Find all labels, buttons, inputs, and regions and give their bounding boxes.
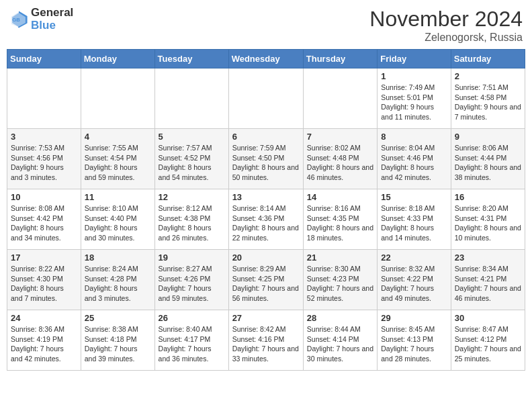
logo: GB General Blue	[9, 7, 73, 32]
day-cell-29: 29Sunrise: 8:45 AMSunset: 4:13 PMDayligh…	[378, 310, 451, 371]
empty-cell	[303, 68, 377, 129]
empty-cell	[154, 68, 228, 129]
day-info: Sunrise: 8:12 AMSunset: 4:38 PMDaylight:…	[159, 203, 225, 243]
day-number: 20	[232, 253, 300, 263]
weekday-header-wednesday: Wednesday	[228, 50, 303, 68]
day-info: Sunrise: 7:49 AMSunset: 5:01 PMDaylight:…	[381, 83, 447, 122]
day-number: 5	[159, 132, 225, 142]
svg-text:GB: GB	[12, 16, 20, 22]
day-number: 15	[381, 192, 447, 202]
week-row-4: 17Sunrise: 8:22 AMSunset: 4:30 PMDayligh…	[7, 250, 525, 310]
day-cell-4: 4Sunrise: 7:55 AMSunset: 4:54 PMDaylight…	[81, 129, 154, 189]
day-number: 26	[159, 313, 225, 323]
day-number: 28	[307, 313, 373, 323]
day-number: 12	[159, 192, 225, 202]
day-info: Sunrise: 8:02 AMSunset: 4:48 PMDaylight:…	[307, 143, 373, 183]
day-info: Sunrise: 7:51 AMSunset: 4:58 PMDaylight:…	[455, 83, 521, 122]
location: Zelenogorsk, Russia	[369, 32, 523, 44]
day-cell-20: 20Sunrise: 8:29 AMSunset: 4:25 PMDayligh…	[228, 250, 303, 310]
day-info: Sunrise: 7:57 AMSunset: 4:52 PMDaylight:…	[159, 143, 225, 183]
empty-cell	[81, 68, 154, 129]
day-number: 8	[381, 132, 447, 142]
day-cell-27: 27Sunrise: 8:42 AMSunset: 4:16 PMDayligh…	[228, 310, 303, 371]
day-cell-22: 22Sunrise: 8:32 AMSunset: 4:22 PMDayligh…	[378, 250, 451, 310]
day-cell-11: 11Sunrise: 8:10 AMSunset: 4:40 PMDayligh…	[81, 189, 154, 250]
day-info: Sunrise: 8:24 AMSunset: 4:28 PMDaylight:…	[85, 264, 151, 304]
day-cell-15: 15Sunrise: 8:18 AMSunset: 4:33 PMDayligh…	[378, 189, 451, 250]
day-cell-8: 8Sunrise: 8:04 AMSunset: 4:46 PMDaylight…	[378, 129, 451, 189]
weekday-header-saturday: Saturday	[451, 50, 525, 68]
day-info: Sunrise: 8:40 AMSunset: 4:17 PMDaylight:…	[159, 324, 225, 364]
day-info: Sunrise: 8:04 AMSunset: 4:46 PMDaylight:…	[381, 143, 447, 183]
day-cell-13: 13Sunrise: 8:14 AMSunset: 4:36 PMDayligh…	[228, 189, 303, 250]
week-row-1: 1Sunrise: 7:49 AMSunset: 5:01 PMDaylight…	[7, 68, 525, 129]
weekday-header-sunday: Sunday	[7, 50, 81, 68]
day-number: 6	[232, 132, 300, 142]
day-cell-26: 26Sunrise: 8:40 AMSunset: 4:17 PMDayligh…	[154, 310, 228, 371]
weekday-header-tuesday: Tuesday	[154, 50, 228, 68]
day-cell-1: 1Sunrise: 7:49 AMSunset: 5:01 PMDaylight…	[378, 68, 451, 129]
day-number: 19	[159, 253, 225, 263]
day-number: 1	[381, 71, 447, 81]
day-info: Sunrise: 8:06 AMSunset: 4:44 PMDaylight:…	[455, 143, 521, 183]
day-number: 9	[455, 132, 521, 142]
week-row-3: 10Sunrise: 8:08 AMSunset: 4:42 PMDayligh…	[7, 189, 525, 250]
day-number: 4	[85, 132, 151, 142]
day-cell-7: 7Sunrise: 8:02 AMSunset: 4:48 PMDaylight…	[303, 129, 377, 189]
day-info: Sunrise: 8:42 AMSunset: 4:16 PMDaylight:…	[232, 324, 300, 364]
day-number: 17	[11, 253, 77, 263]
day-number: 18	[85, 253, 151, 263]
page-header: GB General Blue November 2024 Zelenogors…	[7, 7, 525, 44]
day-number: 13	[232, 192, 300, 202]
day-cell-2: 2Sunrise: 7:51 AMSunset: 4:58 PMDaylight…	[451, 68, 525, 129]
day-info: Sunrise: 7:53 AMSunset: 4:56 PMDaylight:…	[11, 143, 77, 183]
day-cell-30: 30Sunrise: 8:47 AMSunset: 4:12 PMDayligh…	[451, 310, 525, 371]
day-number: 7	[307, 132, 373, 142]
day-info: Sunrise: 8:27 AMSunset: 4:26 PMDaylight:…	[159, 264, 225, 304]
day-cell-5: 5Sunrise: 7:57 AMSunset: 4:52 PMDaylight…	[154, 129, 228, 189]
day-cell-9: 9Sunrise: 8:06 AMSunset: 4:44 PMDaylight…	[451, 129, 525, 189]
day-cell-21: 21Sunrise: 8:30 AMSunset: 4:23 PMDayligh…	[303, 250, 377, 310]
day-number: 10	[11, 192, 77, 202]
day-cell-3: 3Sunrise: 7:53 AMSunset: 4:56 PMDaylight…	[7, 129, 81, 189]
calendar-table: SundayMondayTuesdayWednesdayThursdayFrid…	[7, 49, 525, 371]
day-cell-14: 14Sunrise: 8:16 AMSunset: 4:35 PMDayligh…	[303, 189, 377, 250]
weekday-header-row: SundayMondayTuesdayWednesdayThursdayFrid…	[7, 50, 525, 68]
day-info: Sunrise: 8:38 AMSunset: 4:18 PMDaylight:…	[85, 324, 151, 364]
logo-text: General Blue	[31, 7, 73, 32]
day-info: Sunrise: 8:34 AMSunset: 4:21 PMDaylight:…	[455, 264, 521, 304]
day-info: Sunrise: 8:22 AMSunset: 4:30 PMDaylight:…	[11, 264, 77, 304]
empty-cell	[228, 68, 303, 129]
day-info: Sunrise: 8:32 AMSunset: 4:22 PMDaylight:…	[381, 264, 447, 304]
day-number: 11	[85, 192, 151, 202]
month-title: November 2024	[369, 7, 523, 32]
day-number: 30	[455, 313, 521, 323]
weekday-header-friday: Friday	[378, 50, 451, 68]
title-block: November 2024 Zelenogorsk, Russia	[369, 7, 523, 44]
day-cell-19: 19Sunrise: 8:27 AMSunset: 4:26 PMDayligh…	[154, 250, 228, 310]
day-cell-10: 10Sunrise: 8:08 AMSunset: 4:42 PMDayligh…	[7, 189, 81, 250]
day-number: 2	[455, 71, 521, 81]
week-row-2: 3Sunrise: 7:53 AMSunset: 4:56 PMDaylight…	[7, 129, 525, 189]
day-cell-6: 6Sunrise: 7:59 AMSunset: 4:50 PMDaylight…	[228, 129, 303, 189]
day-info: Sunrise: 7:59 AMSunset: 4:50 PMDaylight:…	[232, 143, 300, 183]
empty-cell	[7, 68, 81, 129]
day-info: Sunrise: 7:55 AMSunset: 4:54 PMDaylight:…	[85, 143, 151, 183]
weekday-header-monday: Monday	[81, 50, 154, 68]
day-info: Sunrise: 8:44 AMSunset: 4:14 PMDaylight:…	[307, 324, 373, 364]
day-info: Sunrise: 8:16 AMSunset: 4:35 PMDaylight:…	[307, 203, 373, 243]
day-number: 14	[307, 192, 373, 202]
day-cell-18: 18Sunrise: 8:24 AMSunset: 4:28 PMDayligh…	[81, 250, 154, 310]
day-number: 22	[381, 253, 447, 263]
day-number: 29	[381, 313, 447, 323]
day-info: Sunrise: 8:10 AMSunset: 4:40 PMDaylight:…	[85, 203, 151, 243]
day-info: Sunrise: 8:47 AMSunset: 4:12 PMDaylight:…	[455, 324, 521, 364]
day-cell-23: 23Sunrise: 8:34 AMSunset: 4:21 PMDayligh…	[451, 250, 525, 310]
day-number: 24	[11, 313, 77, 323]
day-info: Sunrise: 8:30 AMSunset: 4:23 PMDaylight:…	[307, 264, 373, 304]
day-info: Sunrise: 8:20 AMSunset: 4:31 PMDaylight:…	[455, 203, 521, 243]
day-info: Sunrise: 8:08 AMSunset: 4:42 PMDaylight:…	[11, 203, 77, 243]
day-number: 23	[455, 253, 521, 263]
logo-icon: GB	[9, 10, 28, 29]
day-number: 25	[85, 313, 151, 323]
